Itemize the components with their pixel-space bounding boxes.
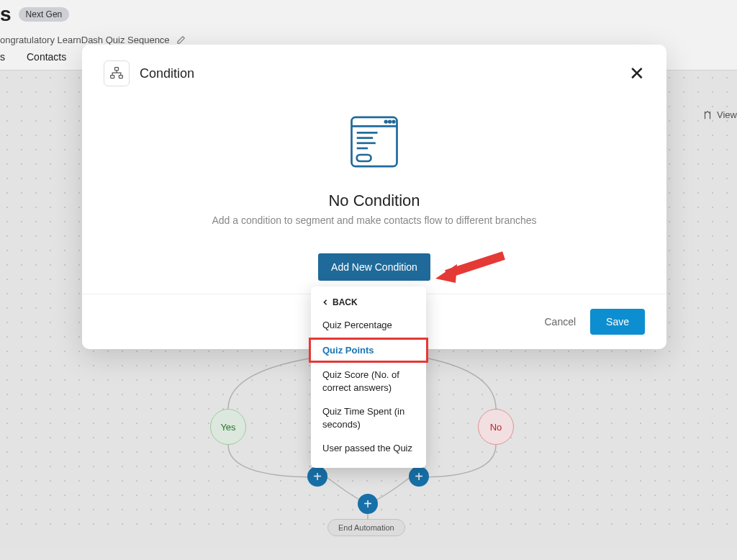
empty-state-icon: [104, 109, 645, 177]
chevron-left-icon: [322, 299, 328, 305]
svg-rect-12: [357, 155, 371, 161]
dropdown-item-quiz-points[interactable]: Quiz Points: [309, 338, 428, 363]
svg-point-7: [393, 121, 395, 123]
dropdown-item-quiz-time[interactable]: Quiz Time Spent (in seconds): [311, 399, 426, 436]
dropdown-item-quiz-score[interactable]: Quiz Score (No. of correct answers): [311, 363, 426, 399]
dropdown-item-user-passed[interactable]: User passed the Quiz: [311, 436, 426, 461]
close-icon[interactable]: ✕: [629, 63, 645, 85]
modal-body: No Condition Add a condition to segment …: [82, 102, 666, 281]
dropdown-item-quiz-percentage[interactable]: Quiz Percentage: [311, 313, 426, 338]
cancel-button[interactable]: Cancel: [544, 316, 576, 328]
empty-state-subtitle: Add a condition to segment and make cont…: [104, 214, 645, 226]
svg-rect-0: [115, 68, 119, 71]
svg-point-5: [385, 121, 387, 123]
modal-title: Condition: [140, 66, 194, 81]
svg-rect-2: [119, 76, 122, 78]
annotation-arrow: [435, 248, 507, 294]
add-new-condition-button[interactable]: Add New Condition: [318, 253, 430, 281]
svg-rect-3: [352, 117, 397, 166]
modal-header: Condition ✕: [82, 45, 666, 102]
condition-type-dropdown: BACK Quiz Percentage Quiz Points Quiz Sc…: [311, 286, 426, 468]
svg-rect-1: [111, 76, 114, 78]
svg-point-6: [389, 121, 391, 123]
save-button[interactable]: Save: [590, 309, 645, 335]
condition-icon: [104, 60, 130, 86]
dropdown-back[interactable]: BACK: [311, 294, 426, 313]
empty-state-title: No Condition: [104, 191, 645, 210]
